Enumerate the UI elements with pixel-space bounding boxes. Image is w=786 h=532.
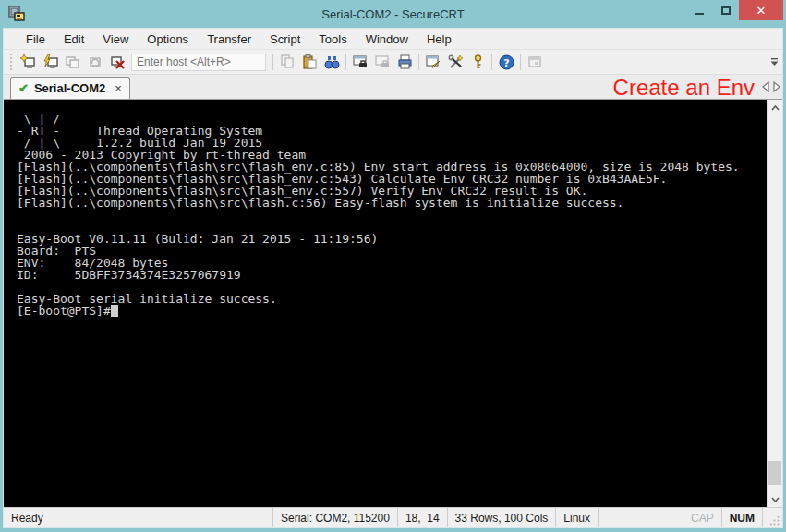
print-icon [397, 54, 413, 70]
securecrt-window: Serial-COM2 - SecureCRT ✕ FileEditViewOp… [0, 0, 786, 532]
connected-check-icon: ✔ [18, 81, 29, 95]
status-terminal-size: 33 Rows, 100 Cols [447, 508, 556, 527]
terminal-line: Easy-Boot serial initialize success. [17, 293, 767, 305]
terminal-line: Easy-Boot V0.11.11 (Bulid: Jan 21 2015 -… [17, 233, 767, 245]
title-bar[interactable]: Serial-COM2 - SecureCRT ✕ [0, 0, 786, 28]
global-options-button[interactable] [444, 52, 466, 72]
connect-button[interactable] [17, 52, 39, 72]
copy-button[interactable] [276, 52, 298, 72]
prompt-line: [E-boot@PTS]# [17, 305, 767, 317]
disconnect-button[interactable] [105, 52, 127, 72]
annotation-text: Create an Env [613, 75, 755, 101]
key-agent-icon [470, 54, 486, 70]
paste-icon [302, 54, 317, 69]
resize-grip[interactable] [762, 508, 782, 527]
status-ready: Ready [4, 508, 272, 527]
reconnect-icon [87, 54, 103, 70]
menu-item[interactable]: View [93, 30, 138, 49]
resize-grip-icon [770, 516, 780, 526]
help-icon: ? [499, 54, 514, 70]
status-spacer [598, 508, 683, 527]
prompt-text: [E-boot@PTS]# [17, 304, 111, 318]
log-session-button[interactable] [349, 52, 371, 72]
find-icon [324, 54, 340, 70]
new-window-button[interactable] [524, 52, 546, 72]
menu-bar: FileEditViewOptionsTransferScriptToolsWi… [4, 29, 782, 50]
paste-button[interactable] [298, 52, 320, 72]
terminal-line: [Flash](..\components\flash\src\flash.c:… [17, 197, 767, 209]
tab-scroll-left-icon[interactable] [762, 81, 770, 92]
find-button[interactable] [320, 52, 343, 72]
global-options-icon [448, 54, 464, 70]
tab-scroll-right-icon[interactable] [772, 81, 780, 92]
close-button[interactable]: ✕ [739, 0, 783, 20]
menu-item[interactable]: Options [138, 30, 198, 49]
status-bar: Ready Serial: COM2, 115200 18, 14 33 Row… [4, 507, 782, 527]
terminal-output: \ | /- RT - Thread Operating System / | … [17, 101, 767, 305]
toolbar-separator [491, 54, 492, 70]
host-input[interactable] [131, 54, 266, 71]
maximize-icon [721, 6, 731, 15]
minimize-icon [695, 13, 704, 15]
raw-log-session-button[interactable] [371, 52, 393, 72]
menu-item[interactable]: Tools [309, 30, 356, 49]
scrollbar-thumb[interactable] [768, 461, 781, 485]
toolbar-overflow-button[interactable] [768, 54, 780, 70]
window-panel: FileEditViewOptionsTransferScriptToolsWi… [3, 28, 783, 528]
toolbar-separator [345, 54, 346, 70]
help-button[interactable]: ? [495, 52, 517, 72]
quick-connect-icon [42, 54, 58, 70]
scroll-up-icon [771, 105, 780, 111]
toolbar-overflow-icon [770, 58, 779, 66]
menu-item[interactable]: Transfer [198, 30, 260, 49]
svg-text:?: ? [503, 56, 509, 68]
toolbar-grip[interactable] [10, 54, 14, 70]
toolbar: ? [4, 50, 782, 75]
window-title: Serial-COM2 - SecureCRT [0, 7, 786, 21]
connect-in-tab-button[interactable] [61, 52, 83, 72]
terminal-screen[interactable]: \ | /- RT - Thread Operating System / | … [4, 100, 767, 507]
status-num-lock: NUM [721, 508, 762, 527]
new-window-icon [527, 54, 543, 70]
terminal-line [17, 101, 767, 113]
log-session-icon [353, 54, 369, 70]
raw-log-icon [375, 54, 391, 70]
maximize-button[interactable] [712, 0, 739, 20]
tab-close-icon[interactable]: × [111, 81, 122, 95]
minimize-button[interactable] [685, 0, 712, 20]
tab-serial-com2[interactable]: ✔ Serial-COM2 × [10, 77, 130, 99]
scroll-down-button[interactable] [768, 491, 782, 507]
menu-item[interactable]: Window [357, 30, 417, 49]
quick-connect-button[interactable] [39, 52, 61, 72]
toolbar-separator [272, 54, 273, 70]
terminal-line: ID: 5DBFF3734374E3257067919 [17, 269, 767, 281]
menu-item[interactable]: File [17, 30, 54, 49]
menu-item[interactable]: Script [260, 30, 309, 49]
scroll-up-button[interactable] [768, 100, 782, 115]
status-serial: Serial: COM2, 115200 [272, 508, 397, 527]
menu-item[interactable]: Edit [54, 30, 93, 49]
disconnect-icon [109, 54, 125, 70]
app-icon[interactable] [8, 6, 25, 22]
status-emulation: Linux [555, 508, 598, 527]
status-cursor-position: 18, 14 [397, 508, 447, 527]
reconnect-button[interactable] [83, 52, 105, 72]
close-icon: ✕ [756, 4, 767, 18]
toolbar-separator [520, 54, 521, 70]
tab-bar: ✔ Serial-COM2 × Create an Env [4, 75, 782, 100]
session-options-icon [426, 54, 441, 70]
key-agent-button[interactable] [466, 52, 489, 72]
session-options-button[interactable] [422, 52, 444, 72]
connect-icon [20, 54, 36, 70]
scrollbar-track[interactable] [768, 115, 782, 491]
connect-tab-icon [65, 54, 80, 70]
terminal-cursor [111, 305, 118, 317]
tab-label: Serial-COM2 [34, 81, 105, 95]
scroll-down-icon [771, 497, 780, 502]
vertical-scrollbar[interactable] [767, 100, 782, 507]
toolbar-separator [418, 54, 419, 70]
copy-icon [280, 54, 295, 69]
menu-item[interactable]: Help [417, 30, 461, 49]
print-button[interactable] [393, 52, 416, 72]
status-caps-lock: CAP [683, 508, 721, 527]
